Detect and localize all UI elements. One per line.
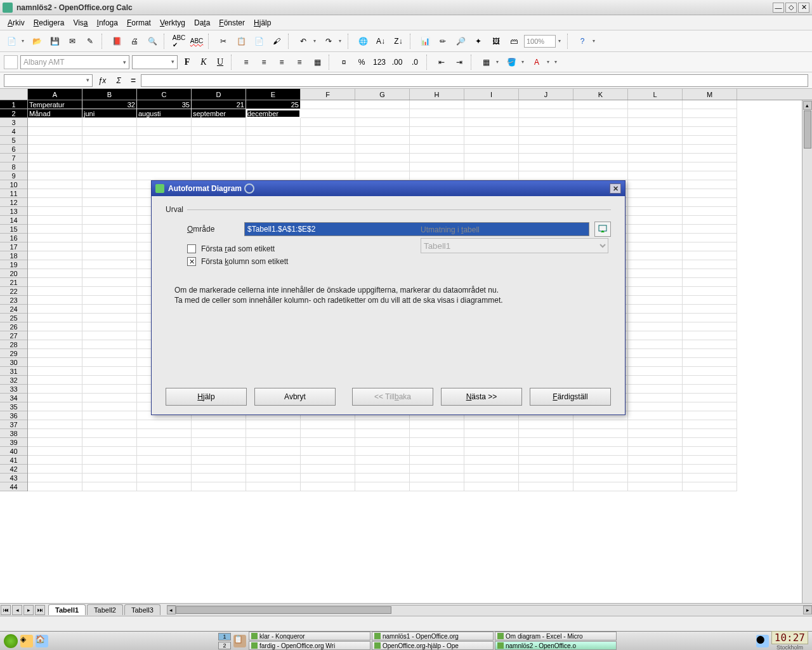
cell-G38[interactable]	[355, 429, 410, 438]
cell-K9[interactable]	[573, 171, 628, 180]
cell-J39[interactable]	[519, 438, 573, 447]
print-button[interactable]: 🖨	[127, 34, 142, 49]
dialog-close-button[interactable]: ✕	[610, 183, 621, 194]
cell-A11[interactable]	[28, 189, 82, 198]
cell-A39[interactable]	[28, 438, 82, 447]
rowhead-7[interactable]: 7	[0, 154, 27, 162]
cell-B17[interactable]	[82, 242, 137, 251]
cell-M44[interactable]	[683, 482, 737, 491]
dialog-titlebar[interactable]: Autoformat Diagram ✕	[152, 181, 625, 196]
cell-G2[interactable]	[355, 109, 410, 118]
tab-last-button[interactable]: ⏭	[35, 605, 45, 615]
cell-B20[interactable]	[82, 269, 137, 278]
desktop-switcher[interactable]: 1 2	[218, 633, 231, 649]
rowhead-6[interactable]: 6	[0, 145, 27, 154]
open-button[interactable]: 📂	[29, 34, 44, 49]
cell-G5[interactable]	[355, 136, 410, 145]
cell-M24[interactable]	[683, 305, 737, 314]
fontcolor-dropdown[interactable]: ▾	[547, 59, 552, 65]
cell-M38[interactable]	[683, 429, 737, 438]
cell-G41[interactable]	[355, 456, 410, 465]
cell-D44[interactable]	[192, 482, 246, 491]
italic-button[interactable]: K	[197, 57, 211, 67]
cell-I40[interactable]	[464, 447, 519, 456]
colhead-A[interactable]: A	[28, 89, 82, 100]
cell-D5[interactable]	[192, 136, 246, 145]
tab-next-button[interactable]: ▸	[23, 605, 34, 615]
cell-L35[interactable]	[628, 402, 683, 411]
cell-A18[interactable]	[28, 251, 82, 260]
cell-L25[interactable]	[628, 314, 683, 322]
cell-C5[interactable]	[137, 136, 192, 145]
cell-M4[interactable]	[683, 127, 737, 136]
cell-E6[interactable]	[246, 145, 301, 154]
cell-B39[interactable]	[82, 438, 137, 447]
cell-K38[interactable]	[573, 429, 628, 438]
menu-verktyg[interactable]: Verktyg	[156, 17, 189, 29]
cell-B12[interactable]	[82, 198, 137, 207]
cell-F1[interactable]	[301, 100, 355, 109]
cell-B38[interactable]	[82, 429, 137, 438]
rowhead-38[interactable]: 38	[0, 429, 27, 438]
fmt-overflow[interactable]: ▾	[554, 59, 560, 65]
cell-A24[interactable]	[28, 305, 82, 314]
cell-L9[interactable]	[628, 171, 683, 180]
close-window-button[interactable]: ✕	[798, 3, 809, 13]
cell-E38[interactable]	[246, 429, 301, 438]
rowhead-32[interactable]: 32	[0, 376, 27, 385]
cell-B25[interactable]	[82, 314, 137, 322]
rowhead-18[interactable]: 18	[0, 251, 27, 260]
cell-H43[interactable]	[410, 474, 464, 482]
cell-B37[interactable]	[82, 420, 137, 429]
cell-L7[interactable]	[628, 154, 683, 162]
cell-L10[interactable]	[628, 180, 683, 189]
cell-H5[interactable]	[410, 136, 464, 145]
cell-A43[interactable]	[28, 474, 82, 482]
cell-L43[interactable]	[628, 474, 683, 482]
cell-A4[interactable]	[28, 127, 82, 136]
cell-A8[interactable]	[28, 162, 82, 171]
cell-E5[interactable]	[246, 136, 301, 145]
cell-G39[interactable]	[355, 438, 410, 447]
cell-M25[interactable]	[683, 314, 737, 322]
cell-B26[interactable]	[82, 322, 137, 331]
cell-A44[interactable]	[28, 482, 82, 491]
preview-button[interactable]: 🔍	[145, 34, 160, 49]
cell-B32[interactable]	[82, 376, 137, 385]
cell-E40[interactable]	[246, 447, 301, 456]
cell-D43[interactable]	[192, 474, 246, 482]
show-draw-button[interactable]: ✏	[435, 34, 450, 49]
cell-B21[interactable]	[82, 278, 137, 287]
colhead-E[interactable]: E	[246, 89, 301, 100]
cell-E7[interactable]	[246, 154, 301, 162]
cell-M22[interactable]	[683, 287, 737, 296]
function-wizard-button[interactable]: ƒх	[95, 74, 109, 87]
cell-B3[interactable]	[82, 118, 137, 127]
cell-L36[interactable]	[628, 411, 683, 420]
cell-A23[interactable]	[28, 296, 82, 305]
rowhead-30[interactable]: 30	[0, 358, 27, 367]
cell-B7[interactable]	[82, 154, 137, 162]
cell-M31[interactable]	[683, 367, 737, 376]
rowhead-27[interactable]: 27	[0, 331, 27, 340]
cell-I6[interactable]	[464, 145, 519, 154]
cell-M17[interactable]	[683, 242, 737, 251]
cell-G3[interactable]	[355, 118, 410, 127]
cell-L32[interactable]	[628, 376, 683, 385]
cell-C2[interactable]: augusti	[137, 109, 192, 118]
cell-L19[interactable]	[628, 260, 683, 269]
save-button[interactable]: 💾	[47, 34, 62, 49]
cell-L29[interactable]	[628, 349, 683, 358]
cell-D40[interactable]	[192, 447, 246, 456]
colhead-F[interactable]: F	[301, 89, 355, 100]
cell-A22[interactable]	[28, 287, 82, 296]
cell-L40[interactable]	[628, 447, 683, 456]
menu-fönster[interactable]: Fönster	[215, 17, 249, 29]
cell-G1[interactable]	[355, 100, 410, 109]
cell-E1[interactable]: 25	[246, 100, 301, 109]
cell-B13[interactable]	[82, 207, 137, 216]
cell-G9[interactable]	[355, 171, 410, 180]
cell-M8[interactable]	[683, 162, 737, 171]
cell-A12[interactable]	[28, 198, 82, 207]
cell-M19[interactable]	[683, 260, 737, 269]
